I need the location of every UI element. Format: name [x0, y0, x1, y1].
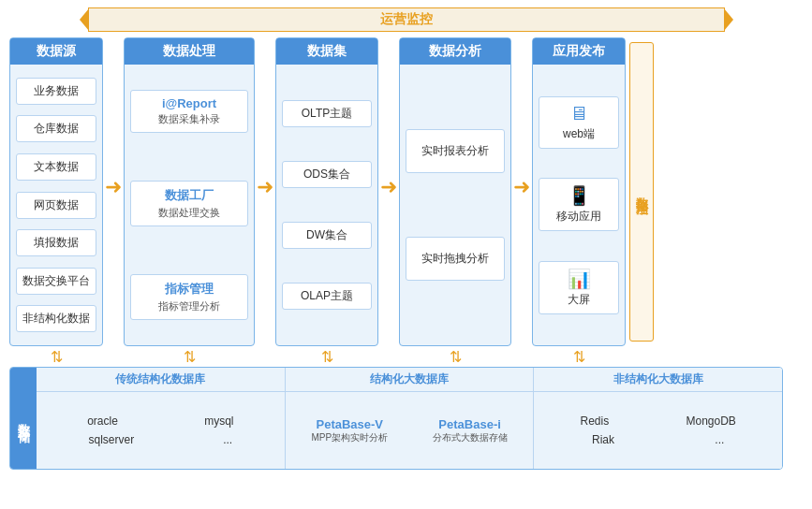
- petabase-i-title: PetaBase-i: [433, 417, 508, 431]
- web-icon: 🖥: [569, 103, 588, 124]
- petabase-v-sub: MPP架构实时分析: [311, 431, 388, 444]
- db-etc2: ...: [715, 433, 724, 446]
- list-item: 实时拖拽分析: [406, 237, 505, 281]
- app-item-web: 🖥 web端: [539, 96, 619, 149]
- processing-title: 指标管理: [139, 281, 240, 298]
- processing-subtitle: 指标管理分析: [139, 299, 240, 313]
- bottom-section-label-traditional: 传统结构化数据库: [37, 368, 286, 391]
- list-item: 网页数据: [16, 192, 96, 219]
- list-item: 数据交换平台: [16, 268, 96, 295]
- db-redis: Redis: [580, 414, 609, 428]
- list-item: OLAP主题: [282, 283, 372, 310]
- col-processing: 数据处理 i@Report 数据采集补录 数据工厂 数据处理交换 指标管理 指标…: [124, 37, 255, 346]
- bottom-section-structured: PetaBase-V MPP架构实时分析 PetaBase-i 分布式大数据存储: [286, 392, 535, 469]
- bottom-section-traditional: oracle mysql sqlserver ...: [37, 392, 286, 469]
- list-item: 业务数据: [16, 78, 96, 105]
- db-mongodb: MongoDB: [686, 414, 735, 428]
- processing-item-factory: 数据工厂 数据处理交换: [130, 181, 248, 226]
- governance-label: 数据治理: [633, 188, 650, 196]
- processing-item-indicator: 指标管理 指标管理分析: [130, 274, 248, 320]
- arrow-analysis-to-apprelease: ➜: [511, 37, 532, 337]
- app-label: 大屏: [568, 292, 590, 308]
- bottom-section-label-unstructured: 非结构化大数据库: [534, 368, 782, 391]
- processing-title: 数据工厂: [139, 187, 240, 204]
- col-apprelease-header: 应用发布: [533, 38, 625, 65]
- arrow-processing-to-collection: ➜: [255, 37, 275, 337]
- app-label: web端: [563, 126, 595, 142]
- db-riak: Riak: [592, 433, 614, 446]
- processing-subtitle: 数据采集补录: [139, 112, 240, 126]
- list-item: ODS集合: [282, 161, 372, 188]
- col-analysis-header: 数据分析: [400, 38, 510, 65]
- mobile-icon: 📱: [568, 184, 591, 207]
- col-datasource: 数据源 业务数据 仓库数据 文本数据 网页数据 填报数据 数据交换平台 非结构化…: [9, 37, 103, 346]
- monitoring-arrow: 运营监控: [88, 7, 725, 32]
- col-collection: 数据集 OLTP主题 ODS集合 DW集合 OLAP主题: [275, 37, 378, 346]
- db-mysql: mysql: [204, 414, 233, 428]
- col-collection-header: 数据集: [276, 38, 377, 65]
- processing-title: i@Report: [139, 96, 240, 110]
- list-item: 非结构化数据: [16, 305, 96, 332]
- list-item: OLTP主题: [282, 100, 372, 127]
- governance-label-container: 数据治理: [629, 42, 654, 342]
- list-item: 填报数据: [16, 229, 96, 256]
- arrow-collection-to-analysis: ➜: [378, 37, 399, 337]
- list-item: 实时报表分析: [406, 129, 505, 173]
- col-apprelease: 应用发布 🖥 web端 📱 移动应用 📊 大屏: [532, 37, 626, 346]
- vertical-arrows-row: ⇅ ⇅ ⇅ ⇅ ⇅: [9, 348, 777, 363]
- monitoring-bar: 运营监控: [9, 7, 803, 32]
- col-analysis: 数据分析 实时报表分析 实时拖拽分析: [399, 37, 511, 346]
- processing-item-report: i@Report 数据采集补录: [130, 90, 248, 133]
- list-item: DW集合: [282, 222, 372, 249]
- storage-area: 数据存储 传统结构化数据库 结构化大数据库 非结构化大数据库 oracle my…: [9, 367, 783, 470]
- app-label: 移动应用: [556, 209, 601, 225]
- col-datasource-header: 数据源: [10, 38, 102, 65]
- col-processing-header: 数据处理: [125, 38, 254, 65]
- db-oracle: oracle: [87, 414, 118, 428]
- arrow-datasource-to-processing: ➜: [103, 37, 124, 337]
- list-item: 文本数据: [16, 153, 96, 181]
- list-item: 仓库数据: [16, 115, 96, 142]
- app-item-bigscreen: 📊 大屏: [539, 261, 619, 314]
- monitoring-label: 运营监控: [380, 11, 433, 28]
- storage-label: 数据存储: [10, 368, 37, 469]
- petabase-v-title: PetaBase-V: [311, 417, 388, 431]
- db-sqlserver: sqlserver: [88, 433, 134, 446]
- bigscreen-icon: 📊: [568, 268, 591, 290]
- bottom-section-label-structured: 结构化大数据库: [286, 368, 535, 391]
- bottom-section-unstructured: Redis MongoDB Riak ...: [534, 392, 782, 469]
- app-item-mobile: 📱 移动应用: [539, 178, 619, 231]
- db-etc1: ...: [223, 433, 232, 446]
- processing-subtitle: 数据处理交换: [139, 206, 240, 220]
- petabase-i-sub: 分布式大数据存储: [433, 431, 508, 444]
